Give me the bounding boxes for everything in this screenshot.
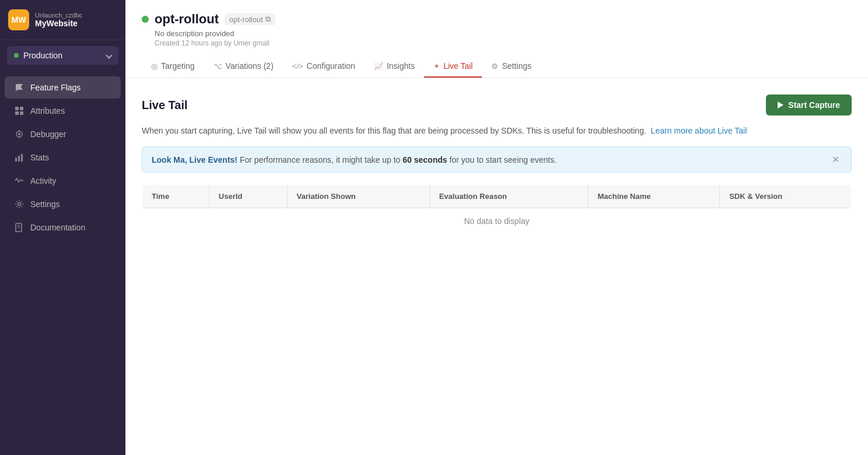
variations-icon: ⌥ bbox=[214, 62, 222, 71]
live-tail-icon: ✦ bbox=[433, 62, 440, 71]
sidebar-item-settings[interactable]: Settings bbox=[5, 193, 121, 215]
tab-insights[interactable]: 📈 Insights bbox=[365, 55, 424, 78]
flag-slug-text: opt-rollout bbox=[229, 15, 263, 24]
page-header: opt-rollout opt-rollout ⧉ No description… bbox=[125, 0, 868, 78]
sidebar-item-debugger[interactable]: Debugger bbox=[5, 123, 121, 145]
bar-chart-icon bbox=[14, 152, 24, 163]
sidebar-item-feature-flags[interactable]: Feature Flags bbox=[5, 76, 121, 99]
sidebar-item-attributes[interactable]: Attributes bbox=[5, 100, 121, 122]
col-userid: UserId bbox=[209, 185, 287, 208]
org-name: MyWebsite bbox=[35, 19, 82, 28]
svg-rect-4 bbox=[20, 111, 23, 115]
grid-icon bbox=[14, 106, 24, 116]
sidebar-item-label: Debugger bbox=[30, 130, 66, 139]
col-time: Time bbox=[142, 185, 209, 208]
org-info: Unlaunch_czdbc MyWebsite bbox=[35, 12, 82, 28]
chevron-down-icon bbox=[106, 52, 112, 58]
tab-label: Settings bbox=[502, 61, 531, 71]
main-content: opt-rollout opt-rollout ⧉ No description… bbox=[125, 0, 868, 455]
content-header: Live Tail Start Capture bbox=[142, 94, 852, 116]
svg-rect-11 bbox=[21, 154, 23, 162]
tab-configuration[interactable]: </> Configuration bbox=[283, 55, 365, 78]
tab-label: Configuration bbox=[307, 61, 355, 71]
sidebar-item-label: Stats bbox=[30, 153, 49, 162]
env-status-dot bbox=[14, 53, 19, 58]
tab-label: Live Tail bbox=[443, 61, 473, 71]
live-tail-title: Live Tail bbox=[142, 99, 188, 112]
svg-point-12 bbox=[18, 203, 21, 206]
tab-label: Variations (2) bbox=[226, 61, 274, 71]
app-logo: MW bbox=[8, 9, 29, 30]
banner-bold-title: Look Ma, Live Events! bbox=[152, 155, 237, 164]
banner-suffix: for you to start seeing events. bbox=[449, 155, 556, 164]
debug-icon bbox=[14, 129, 24, 139]
sidebar-item-documentation[interactable]: Documentation bbox=[5, 216, 121, 239]
sidebar-item-label: Activity bbox=[30, 176, 56, 186]
banner-bold-time: 60 seconds bbox=[402, 155, 447, 164]
learn-more-link[interactable]: Learn more about Live Tail bbox=[651, 126, 747, 135]
sidebar-item-label: Documentation bbox=[30, 223, 85, 232]
svg-rect-10 bbox=[18, 156, 20, 162]
col-evaluation-reason: Evaluation Reason bbox=[429, 185, 588, 208]
flag-slug-badge: opt-rollout ⧉ bbox=[225, 13, 275, 25]
copy-icon[interactable]: ⧉ bbox=[265, 15, 271, 24]
col-variation-shown: Variation Shown bbox=[287, 185, 429, 208]
environment-selector[interactable]: Production bbox=[7, 46, 118, 65]
sidebar-item-label: Attributes bbox=[30, 106, 65, 116]
flag-description: No description provided bbox=[155, 29, 852, 38]
sidebar: MW Unlaunch_czdbc MyWebsite Production F… bbox=[0, 0, 125, 455]
flag-status-dot bbox=[142, 16, 149, 23]
svg-point-6 bbox=[18, 133, 20, 135]
empty-row: No data to display bbox=[142, 208, 852, 235]
sidebar-item-activity[interactable]: Activity bbox=[5, 170, 121, 192]
svg-rect-3 bbox=[15, 111, 19, 115]
sidebar-item-stats[interactable]: Stats bbox=[5, 146, 121, 169]
banner-close-button[interactable]: ✕ bbox=[830, 154, 842, 165]
targeting-icon: ◎ bbox=[151, 62, 158, 71]
flag-name: opt-rollout bbox=[155, 12, 219, 27]
tab-targeting[interactable]: ◎ Targeting bbox=[142, 55, 204, 78]
configuration-icon: </> bbox=[292, 62, 303, 71]
empty-message: No data to display bbox=[142, 208, 852, 235]
activity-icon bbox=[14, 176, 24, 186]
env-label: Production bbox=[23, 51, 62, 60]
info-banner: Look Ma, Live Events! For performance re… bbox=[142, 146, 852, 173]
banner-body: For performance reasons, it might take u… bbox=[240, 155, 402, 164]
svg-rect-9 bbox=[15, 158, 17, 162]
tab-settings[interactable]: ⚙ Settings bbox=[482, 55, 541, 78]
sidebar-nav: Feature Flags Attributes bbox=[0, 71, 125, 455]
svg-rect-1 bbox=[15, 107, 19, 110]
env-left: Production bbox=[14, 51, 62, 60]
svg-rect-2 bbox=[20, 107, 23, 110]
col-machine-name: Machine Name bbox=[588, 185, 720, 208]
live-tail-content: Live Tail Start Capture When you start c… bbox=[125, 78, 868, 251]
tabs: ◎ Targeting ⌥ Variations (2) </> Configu… bbox=[142, 55, 852, 78]
sidebar-item-label: Feature Flags bbox=[30, 83, 80, 92]
flag-icon bbox=[14, 82, 24, 93]
tab-label: Insights bbox=[387, 61, 415, 71]
flag-title-row: opt-rollout opt-rollout ⧉ bbox=[142, 12, 852, 27]
live-tail-table: Time UserId Variation Shown Evaluation R… bbox=[142, 184, 852, 235]
start-capture-label: Start Capture bbox=[788, 100, 840, 110]
tab-label: Targeting bbox=[161, 61, 195, 71]
settings-icon bbox=[14, 199, 24, 209]
sidebar-header: MW Unlaunch_czdbc MyWebsite bbox=[0, 0, 125, 40]
start-capture-button[interactable]: Start Capture bbox=[766, 94, 852, 116]
book-icon bbox=[14, 222, 24, 233]
live-tail-description: When you start capturing, Live Tail will… bbox=[142, 125, 852, 137]
org-sub: Unlaunch_czdbc bbox=[35, 12, 82, 19]
tab-live-tail[interactable]: ✦ Live Tail bbox=[424, 55, 482, 78]
svg-rect-0 bbox=[16, 84, 17, 91]
flag-meta: Created 12 hours ago by Umer gmail bbox=[155, 39, 852, 47]
banner-text: Look Ma, Live Events! For performance re… bbox=[152, 155, 556, 164]
settings-tab-icon: ⚙ bbox=[491, 62, 498, 71]
play-icon bbox=[778, 102, 783, 108]
sidebar-item-label: Settings bbox=[30, 200, 60, 209]
col-sdk-version: SDK & Version bbox=[720, 185, 852, 208]
tab-variations[interactable]: ⌥ Variations (2) bbox=[204, 55, 283, 78]
insights-icon: 📈 bbox=[374, 62, 383, 71]
